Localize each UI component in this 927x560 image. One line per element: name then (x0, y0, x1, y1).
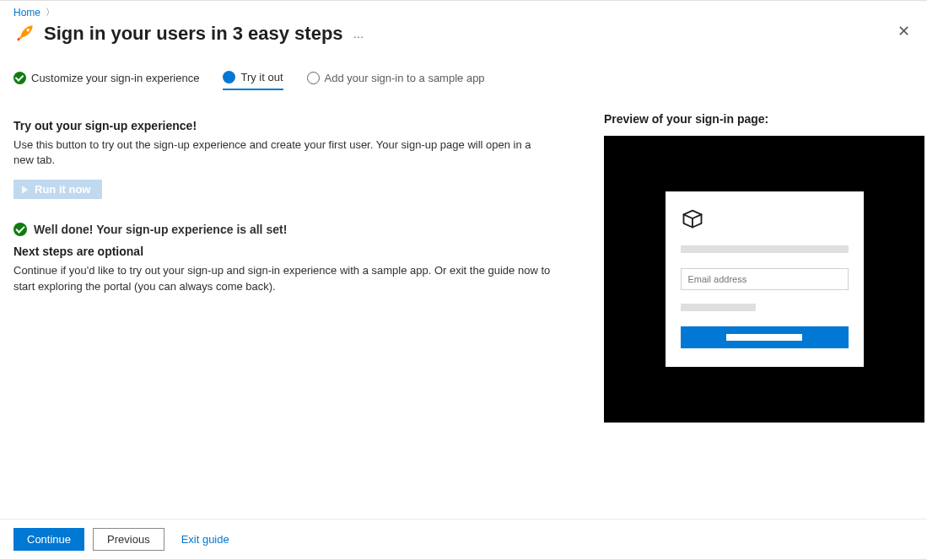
rocket-icon (13, 22, 37, 46)
more-button[interactable]: … (353, 28, 366, 40)
run-it-now-label: Run it now (35, 183, 90, 196)
exit-guide-link[interactable]: Exit guide (181, 533, 229, 546)
well-done-text: Well done! Your sign-up experience is al… (34, 223, 287, 236)
try-out-heading: Try out your sign-up experience! (13, 119, 553, 132)
footer: Continue Previous Exit guide (0, 519, 927, 559)
well-done-status: Well done! Your sign-up experience is al… (13, 223, 553, 236)
main-left-column: Try out your sign-up experience! Use thi… (13, 112, 553, 423)
wizard-step-label: Add your sign-in to a sample app (325, 72, 485, 84)
wizard-step-label: Try it out (240, 71, 283, 83)
previous-button[interactable]: Previous (93, 528, 164, 551)
next-steps-description: Continue if you'd like to try out your s… (13, 263, 553, 293)
check-circle-icon (13, 72, 26, 84)
preview-heading: Preview of your sign-in page: (604, 112, 924, 126)
svg-point-0 (27, 29, 30, 31)
continue-button[interactable]: Continue (13, 528, 84, 551)
breadcrumb: Home 〉 (0, 1, 927, 19)
preview-email-input[interactable] (681, 268, 849, 290)
preview-subtext-placeholder (681, 304, 757, 311)
run-it-now-button[interactable]: Run it now (13, 180, 102, 199)
preview-primary-button[interactable] (681, 326, 849, 348)
close-button[interactable]: ✕ (897, 24, 910, 39)
wizard-step-add-sample[interactable]: Add your sign-in to a sample app (307, 72, 485, 89)
preview-frame (604, 136, 924, 423)
empty-circle-icon (307, 72, 320, 84)
page-title: Sign in your users in 3 easy steps (44, 23, 343, 45)
wizard-step-label: Customize your sign-in experience (31, 72, 199, 84)
package-icon (681, 207, 704, 230)
main-right-column: Preview of your sign-in page: (604, 112, 924, 423)
preview-signin-card (666, 191, 864, 367)
filled-circle-icon (223, 71, 235, 83)
preview-heading-placeholder (681, 245, 849, 253)
try-out-description: Use this button to try out the sign-up e… (13, 137, 553, 168)
next-steps-heading: Next steps are optional (13, 245, 553, 258)
page-header: Sign in your users in 3 easy steps … ✕ (0, 19, 927, 52)
check-circle-icon (13, 223, 27, 236)
preview-button-label-placeholder (726, 334, 802, 341)
wizard-step-customize[interactable]: Customize your sign-in experience (13, 72, 199, 89)
play-icon (22, 186, 28, 194)
breadcrumb-home-link[interactable]: Home (13, 7, 40, 19)
wizard-step-try-it-out[interactable]: Try it out (223, 71, 283, 90)
chevron-right-icon: 〉 (46, 6, 55, 19)
wizard-steps: Customize your sign-in experience Try it… (0, 52, 927, 95)
